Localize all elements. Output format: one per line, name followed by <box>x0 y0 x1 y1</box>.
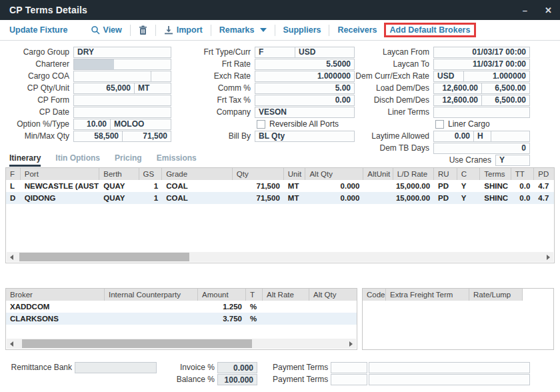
itinerary-row-load[interactable]: LNEWCASTLE (AUSTQUAY1COAL71,500MT0.00015… <box>6 180 554 192</box>
remarks-dropdown[interactable]: Remarks <box>219 25 267 35</box>
charterer-field[interactable] <box>73 59 171 70</box>
col-f[interactable]: F <box>6 168 21 180</box>
company-field[interactable]: VESON <box>255 107 355 118</box>
payment-terms-value-field[interactable] <box>369 362 530 373</box>
laycan-to-field[interactable]: 11/03/17 00:00 <box>433 59 530 70</box>
tab-itin-options[interactable]: Itin Options <box>55 153 100 167</box>
broker-row[interactable]: CLARKSONS3.750% <box>6 313 357 325</box>
disch-dem-des-field[interactable]: 12,600.006,500.00 <box>433 95 530 106</box>
col-c[interactable]: C <box>457 168 481 180</box>
suppliers-button[interactable]: Suppliers <box>283 25 321 35</box>
liner-terms-field[interactable] <box>433 107 530 118</box>
cargo-coa-label: Cargo COA <box>5 71 73 81</box>
frt-type-curr-field[interactable]: FUSD <box>255 47 355 58</box>
payment-terms-code-field[interactable] <box>331 362 367 373</box>
highlight-annotation: Add Default Brokers <box>384 23 477 37</box>
form-column-right: Laycan From 01/03/17 00:00 Laycan To 11/… <box>352 46 531 166</box>
comm-pct-field[interactable]: 5.00 <box>255 83 355 94</box>
cp-qty-field[interactable]: 65,000MT <box>73 83 171 94</box>
col-port[interactable]: Port <box>21 168 99 180</box>
min-max-qty-field[interactable]: 58,50071,500 <box>73 131 171 142</box>
col-berth[interactable]: Berth <box>99 168 139 180</box>
payment-terms-value-field[interactable] <box>369 374 530 385</box>
remittance-bank-field[interactable] <box>75 362 157 373</box>
tab-emissions[interactable]: Emissions <box>157 153 197 167</box>
col-extra-freight-term[interactable]: Extra Freight Term <box>386 289 469 301</box>
option-pct-type-field[interactable]: 10.00MOLOO <box>73 119 171 130</box>
scroll-left-icon[interactable] <box>7 339 17 349</box>
dem-tb-days-field[interactable]: 0 <box>433 143 530 154</box>
tab-pricing[interactable]: Pricing <box>115 153 142 167</box>
cargo-coa-field[interactable] <box>73 71 171 82</box>
col-t[interactable]: T <box>246 289 263 301</box>
laytime-allowed-field[interactable]: 0.00H <box>433 131 530 142</box>
dem-curr-exch-label: Dem Curr/Exch Rate <box>352 71 433 81</box>
add-default-brokers-button[interactable]: Add Default Brokers <box>390 25 471 35</box>
charterer-label: Charterer <box>5 59 73 69</box>
frt-tax-field[interactable]: 0.00 <box>255 95 355 106</box>
delete-button[interactable] <box>139 25 147 35</box>
tab-itinerary[interactable]: Itinerary <box>9 153 41 167</box>
cp-form-field[interactable] <box>73 95 171 106</box>
col-amount[interactable]: Amount <box>198 289 246 301</box>
col-gs[interactable]: GS <box>139 168 163 180</box>
broker-hscrollbar[interactable] <box>7 339 356 349</box>
frt-tax-label: Frt Tax % <box>193 95 255 105</box>
import-button[interactable]: Import <box>164 25 203 35</box>
col-qty[interactable]: Qty <box>233 168 284 180</box>
scroll-right-icon[interactable] <box>346 339 356 349</box>
form-column-middle: Frt Type/Curr FUSD Frt Rate 5.5000 Exch … <box>193 46 357 142</box>
use-cranes-field[interactable]: Y <box>495 155 530 166</box>
col-terms[interactable]: Terms <box>480 168 511 180</box>
payment-terms-code-field[interactable] <box>331 374 367 385</box>
broker-row[interactable]: XADDCOM1.250% <box>6 301 357 313</box>
dem-curr-exch-field[interactable]: USD1.000000 <box>433 71 530 82</box>
col-internal-counterparty[interactable]: Internal Counterparty <box>105 289 198 301</box>
reversible-all-ports-label: Reversible All Ports <box>269 119 339 129</box>
liner-cargo-checkbox[interactable] <box>435 120 444 129</box>
load-dem-des-field[interactable]: 12,600.006,500.00 <box>433 83 530 94</box>
col-code[interactable]: Code <box>363 289 386 301</box>
bill-by-field[interactable]: BL Qty <box>255 131 355 142</box>
cp-date-field[interactable] <box>73 107 171 118</box>
minimize-icon[interactable]: – <box>523 5 527 15</box>
scroll-thumb[interactable] <box>22 339 252 348</box>
receivers-button[interactable]: Receivers <box>337 25 377 35</box>
col-alt-qty[interactable]: Alt Qty <box>305 168 363 180</box>
cargo-group-label: Cargo Group <box>5 47 73 57</box>
frt-type-curr-label: Frt Type/Curr <box>193 47 255 57</box>
scroll-left-icon[interactable] <box>7 252 17 262</box>
remittance-bank-label: Remittance Bank <box>5 362 72 373</box>
close-icon[interactable]: ✕ <box>545 5 552 15</box>
col-broker[interactable]: Broker <box>6 289 105 301</box>
reversible-all-ports-checkbox[interactable] <box>257 120 265 129</box>
cp-qty-unit-label: CP Qty/Unit <box>5 83 73 93</box>
col-tt[interactable]: TT <box>511 168 535 180</box>
scroll-thumb[interactable] <box>19 253 189 261</box>
view-button[interactable]: View <box>91 25 122 35</box>
scroll-right-icon[interactable] <box>543 252 553 262</box>
cargo-group-field[interactable]: DRY <box>73 47 171 58</box>
col-grade[interactable]: Grade <box>162 168 233 180</box>
cp-terms-details-window: CP Terms Details – ✕ Update Fixture View… <box>0 0 560 392</box>
itinerary-row-discharge[interactable]: DQIDONGQUAY1COAL71,500MT0.00015,000.00PD… <box>6 192 554 204</box>
col-alt-qty[interactable]: Alt Qty <box>309 289 357 301</box>
balance-pct-field[interactable]: 100.000 <box>217 374 257 385</box>
col-rate-lump[interactable]: Rate/Lump <box>469 289 523 301</box>
laytime-allowed-label: Laytime Allowed <box>352 131 433 141</box>
laycan-from-field[interactable]: 01/03/17 00:00 <box>433 47 530 58</box>
update-fixture-button[interactable]: Update Fixture <box>9 25 68 35</box>
frt-rate-field[interactable]: 5.5000 <box>255 59 355 70</box>
col-unit[interactable]: Unit <box>284 168 306 180</box>
chevron-down-icon <box>260 28 267 32</box>
col-ru[interactable]: RU <box>434 168 457 180</box>
col-ld-rate[interactable]: L/D Rate <box>393 168 434 180</box>
exch-rate-field[interactable]: 1.000000 <box>255 71 355 82</box>
itinerary-hscrollbar[interactable] <box>7 252 553 262</box>
col-alt-rate[interactable]: Alt Rate <box>263 289 309 301</box>
col-altunit[interactable]: AltUnit <box>363 168 393 180</box>
payment-terms-label: Payment Terms <box>273 374 328 385</box>
invoice-pct-field[interactable]: 0.000 <box>217 362 257 373</box>
col-pd[interactable]: PD <box>534 168 554 180</box>
liner-terms-label: Liner Terms <box>352 107 433 117</box>
